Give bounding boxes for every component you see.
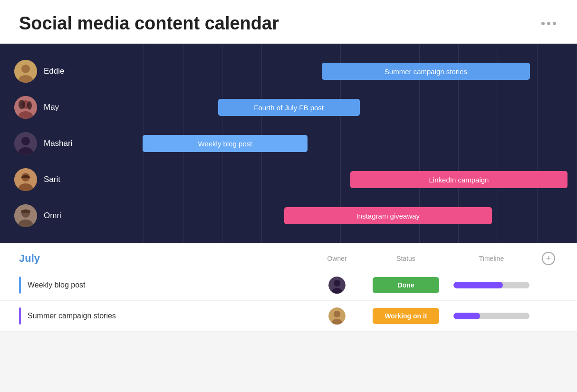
gantt-track-omri: Instagram giveaway — [105, 205, 577, 226]
task-timeline-2 — [444, 313, 539, 319]
table-row: Summer campaign stories Working on it — [0, 301, 577, 332]
table-section: July Owner Status Timeline + Weekly blog… — [0, 243, 577, 332]
add-item-button[interactable]: + — [542, 252, 555, 265]
gantt-bar-sarit[interactable]: LinkedIn campaign — [350, 171, 567, 188]
more-options-button[interactable] — [539, 20, 558, 27]
task-owner-2 — [306, 307, 368, 325]
gantt-row-mashari: Mashari Weekly blog post — [0, 125, 577, 162]
dot-icon-2 — [547, 22, 550, 25]
person-name-omri: Omri — [44, 211, 61, 220]
col-header-status: Status — [368, 254, 444, 263]
gantt-person-mashari: Mashari — [0, 132, 105, 155]
task-name-1: Weekly blog post — [28, 281, 306, 289]
svg-point-22 — [334, 311, 340, 317]
task-timeline-1 — [444, 282, 539, 288]
gantt-track-sarit: LinkedIn campaign — [105, 169, 577, 190]
gantt-row-omri: Omri Instagram giveaway — [0, 198, 577, 234]
owner-avatar-1 — [328, 277, 346, 294]
person-name-mashari: Mashari — [44, 139, 72, 148]
col-header-timeline: Timeline — [444, 254, 539, 263]
gantt-row-sarit: Sarit LinkedIn campaign — [0, 162, 577, 198]
page-title: Social media content calendar — [19, 13, 279, 34]
gantt-bar-omri[interactable]: Instagram giveaway — [284, 207, 492, 224]
avatar-may — [14, 96, 37, 119]
avatar-mashari — [14, 132, 37, 155]
col-header-add: + — [539, 252, 558, 265]
timeline-bar-container-2 — [453, 313, 529, 319]
owner-avatar-2 — [328, 307, 346, 325]
gantt-bar-may[interactable]: Fourth of July FB post — [218, 99, 360, 116]
person-name-sarit: Sarit — [44, 175, 60, 184]
col-header-owner: Owner — [306, 254, 368, 263]
svg-point-1 — [21, 65, 30, 73]
task-indicator-1 — [19, 277, 21, 294]
task-status-1: Done — [368, 277, 444, 293]
dot-icon-1 — [541, 22, 545, 25]
gantt-track-mashari: Weekly blog post — [105, 133, 577, 154]
table-row: Weekly blog post Done — [0, 270, 577, 301]
gantt-bar-eddie[interactable]: Summer campaign stories — [322, 63, 529, 80]
svg-point-7 — [27, 101, 32, 110]
timeline-bar-container-1 — [453, 282, 529, 288]
task-name-2: Summer campaign stories — [28, 312, 306, 320]
status-badge-1: Done — [373, 277, 439, 293]
gantt-track-may: Fourth of July FB post — [105, 97, 577, 118]
avatar-sarit — [14, 168, 37, 191]
gantt-person-may: May — [0, 96, 105, 119]
gantt-bar-mashari[interactable]: Weekly blog post — [143, 135, 308, 152]
svg-point-9 — [21, 137, 30, 145]
task-status-2: Working on it — [368, 308, 444, 324]
svg-point-19 — [334, 280, 340, 287]
status-badge-2: Working on it — [373, 308, 439, 324]
gantt-person-omri: Omri — [0, 204, 105, 227]
gantt-chart: Eddie Summer campaign stories May — [0, 44, 577, 243]
timeline-fill-1 — [453, 282, 503, 288]
gantt-row-eddie: Eddie Summer campaign stories — [0, 53, 577, 89]
person-name-eddie: Eddie — [44, 67, 64, 76]
dot-icon-3 — [553, 22, 556, 25]
gantt-person-eddie: Eddie — [0, 60, 105, 83]
table-header: July Owner Status Timeline + — [0, 243, 577, 270]
page-header: Social media content calendar — [0, 0, 577, 44]
avatar-omri — [14, 204, 37, 227]
svg-rect-17 — [21, 210, 30, 213]
table-month-label: July — [19, 252, 306, 265]
task-indicator-2 — [19, 307, 21, 325]
timeline-fill-2 — [453, 313, 480, 319]
task-owner-1 — [306, 277, 368, 294]
person-name-may: May — [44, 103, 59, 112]
gantt-person-sarit: Sarit — [0, 168, 105, 191]
gantt-row-may: May Fourth of July FB post — [0, 89, 577, 125]
avatar-eddie — [14, 60, 37, 83]
svg-point-6 — [19, 100, 25, 109]
gantt-track-eddie: Summer campaign stories — [105, 61, 577, 82]
